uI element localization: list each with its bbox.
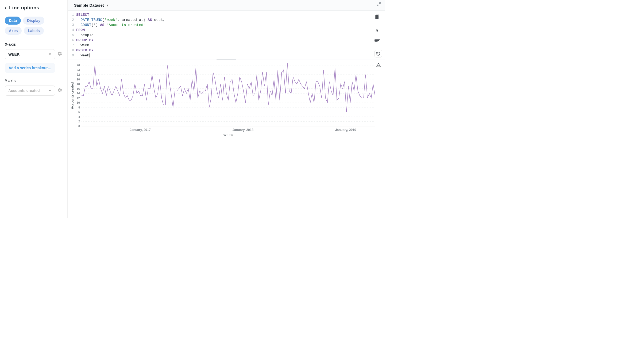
x-axis-label: X-axis bbox=[5, 42, 63, 47]
run-query-button[interactable] bbox=[374, 50, 382, 57]
y-axis-label: Y-axis bbox=[5, 79, 63, 83]
x-axis-value: WEEK bbox=[8, 52, 20, 56]
contract-icon[interactable] bbox=[376, 2, 381, 8]
tab-axes[interactable]: Axes bbox=[5, 27, 22, 35]
svg-text:10: 10 bbox=[77, 101, 80, 104]
warning-icon[interactable] bbox=[376, 63, 381, 68]
variable-icon[interactable]: x bbox=[376, 27, 379, 33]
svg-text:2: 2 bbox=[78, 120, 80, 123]
sidebar-title: Line options bbox=[9, 5, 39, 11]
svg-text:January, 2018: January, 2018 bbox=[233, 128, 254, 132]
svg-text:12: 12 bbox=[77, 96, 80, 100]
svg-rect-3 bbox=[374, 40, 379, 41]
sidebar-header: ‹ Line options bbox=[5, 5, 63, 11]
option-tabs: DataDisplayAxesLabels bbox=[5, 17, 63, 35]
add-breakout-button[interactable]: Add a series breakout… bbox=[5, 63, 55, 73]
svg-text:24: 24 bbox=[77, 68, 80, 72]
svg-text:WEEK: WEEK bbox=[223, 133, 233, 137]
svg-text:16: 16 bbox=[77, 87, 80, 90]
dataset-picker[interactable]: Sample Dataset ▼ bbox=[74, 3, 109, 7]
chevron-down-icon: ▼ bbox=[48, 89, 52, 92]
svg-text:18: 18 bbox=[77, 82, 80, 86]
svg-text:8: 8 bbox=[78, 106, 80, 109]
gear-icon[interactable] bbox=[57, 88, 63, 94]
svg-text:22: 22 bbox=[77, 73, 80, 76]
svg-text:14: 14 bbox=[77, 92, 80, 95]
chevron-down-icon: ▼ bbox=[48, 52, 52, 56]
svg-text:26: 26 bbox=[77, 64, 80, 67]
svg-text:January, 2019: January, 2019 bbox=[335, 128, 356, 132]
sql-editor[interactable]: 123456789 SELECT DATE_TRUNC('week', crea… bbox=[68, 11, 385, 60]
gear-icon[interactable] bbox=[57, 51, 63, 57]
svg-text:6: 6 bbox=[78, 110, 80, 114]
svg-rect-2 bbox=[374, 39, 380, 40]
snippets-icon[interactable] bbox=[374, 39, 380, 44]
chevron-down-icon: ▼ bbox=[106, 4, 109, 7]
reference-icon[interactable] bbox=[374, 14, 380, 21]
main-panel: Sample Dataset ▼ 123456789 SELECT DATE_T… bbox=[68, 0, 385, 218]
code-area[interactable]: SELECT DATE_TRUNC('week', created_at) AS… bbox=[76, 11, 370, 60]
svg-text:Accounts created: Accounts created bbox=[71, 82, 74, 109]
options-sidebar: ‹ Line options DataDisplayAxesLabels X-a… bbox=[0, 0, 68, 218]
tab-display[interactable]: Display bbox=[23, 17, 44, 25]
tab-labels[interactable]: Labels bbox=[24, 27, 44, 35]
y-axis-select[interactable]: Accounts created ▼ bbox=[5, 86, 55, 96]
chart-area: 02468101214161820222426January, 2017Janu… bbox=[68, 60, 385, 218]
dataset-label: Sample Dataset bbox=[74, 3, 104, 7]
svg-text:January, 2017: January, 2017 bbox=[130, 128, 151, 132]
line-gutter: 123456789 bbox=[68, 11, 76, 60]
svg-text:0: 0 bbox=[78, 125, 80, 128]
x-axis-select[interactable]: WEEK ▼ bbox=[5, 49, 55, 59]
main-header: Sample Dataset ▼ bbox=[68, 0, 385, 11]
chevron-left-icon[interactable]: ‹ bbox=[5, 5, 6, 11]
svg-rect-4 bbox=[374, 41, 378, 42]
line-chart: 02468101214161820222426January, 2017Janu… bbox=[70, 63, 378, 137]
y-axis-value: Accounts created bbox=[8, 88, 40, 93]
svg-text:20: 20 bbox=[77, 78, 80, 81]
svg-text:4: 4 bbox=[78, 115, 80, 118]
tab-data[interactable]: Data bbox=[5, 17, 21, 25]
